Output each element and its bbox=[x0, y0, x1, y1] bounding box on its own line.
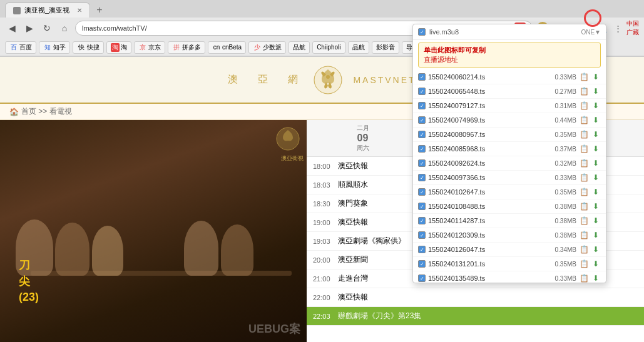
dropdown-item[interactable]: ✓ 1550240065448.ts 0.27MB 📋 ⬇ bbox=[413, 84, 606, 99]
dropdown-tip-sub: 直播源地址 bbox=[424, 55, 595, 64]
dropdown-item[interactable]: ✓ 1550240102647.ts 0.35MB 📋 ⬇ bbox=[413, 185, 606, 199]
item-actions: 📋 ⬇ bbox=[579, 115, 601, 125]
download-icon[interactable]: ⬇ bbox=[591, 244, 601, 254]
china-icon[interactable]: 中国广藏 bbox=[626, 22, 639, 34]
toolbar-yinyin[interactable]: 影影音 bbox=[372, 41, 399, 54]
dropdown-item[interactable]: ✓ 1550240060214.ts 0.33MB 📋 ⬇ bbox=[413, 70, 606, 84]
dropdown-item[interactable]: ✓ 1550240097366.ts 0.33MB 📋 ⬇ bbox=[413, 171, 606, 185]
toolbar-pdd[interactable]: 拼 拼多多 bbox=[168, 41, 205, 54]
dropdown-item[interactable]: ✓ 1550240126047.ts 0.34MB 📋 ⬇ bbox=[413, 243, 606, 257]
copy-icon[interactable]: 📋 bbox=[579, 158, 589, 168]
item-checkbox[interactable]: ✓ bbox=[418, 246, 426, 253]
item-checkbox[interactable]: ✓ bbox=[418, 145, 426, 153]
download-icon[interactable]: ⬇ bbox=[591, 187, 601, 197]
tab-title: 澳亚视_澳亚视 bbox=[24, 6, 69, 15]
item-filename: 1550240092624.ts bbox=[428, 159, 546, 167]
toolbar-pinhang2[interactable]: 品航 bbox=[348, 41, 369, 54]
download-icon[interactable]: ⬇ bbox=[591, 129, 601, 139]
copy-icon[interactable]: 📋 bbox=[579, 72, 589, 82]
download-icon[interactable]: ⬇ bbox=[591, 144, 601, 154]
back-button[interactable]: ◀ bbox=[5, 21, 19, 35]
item-checkbox[interactable]: ✓ bbox=[418, 73, 426, 81]
dropdown-item[interactable]: ✓ 1550240114287.ts 0.38MB 📋 ⬇ bbox=[413, 214, 606, 228]
menu-icon[interactable]: ⋮ bbox=[611, 22, 624, 34]
video-player[interactable]: 澳亞衛視 刀 尖 (23) UEBUG案 bbox=[0, 120, 307, 342]
schedule-item[interactable]: 22:03 辦戲劇場《刀尖》第23集 bbox=[307, 307, 644, 326]
cnbeta-icon: cn bbox=[212, 43, 221, 52]
item-checkbox[interactable]: ✓ bbox=[418, 116, 426, 124]
item-checkbox[interactable]: ✓ bbox=[418, 159, 426, 167]
toolbar-jd[interactable]: 京 京东 bbox=[134, 41, 165, 54]
download-icon[interactable]: ⬇ bbox=[591, 201, 601, 211]
dropdown-item[interactable]: ✓ 1550240108488.ts 0.38MB 📋 ⬇ bbox=[413, 199, 606, 214]
toolbar-kuaisou[interactable]: 快 快搜 bbox=[73, 41, 104, 54]
toolbar-pinhang[interactable]: 品航 bbox=[289, 41, 310, 54]
dropdown-item[interactable]: ✓ 1550240131201.ts 0.35MB 📋 ⬇ bbox=[413, 257, 606, 271]
toolbar-baidu-label: 百度 bbox=[19, 43, 32, 52]
select-all-checkbox[interactable]: ✓ bbox=[418, 28, 426, 36]
copy-icon[interactable]: 📋 bbox=[579, 144, 589, 154]
dropdown-item[interactable]: ✓ 1550240085968.ts 0.37MB 📋 ⬇ bbox=[413, 142, 606, 156]
home-button[interactable]: ⌂ bbox=[58, 21, 71, 35]
item-checkbox[interactable]: ✓ bbox=[418, 217, 426, 224]
copy-icon[interactable]: 📋 bbox=[579, 259, 589, 269]
item-checkbox[interactable]: ✓ bbox=[418, 88, 426, 95]
copy-icon[interactable]: 📋 bbox=[579, 273, 589, 283]
item-checkbox[interactable]: ✓ bbox=[418, 274, 426, 282]
download-icon[interactable]: ⬇ bbox=[591, 273, 601, 283]
item-size: 0.34MB bbox=[548, 246, 576, 253]
item-actions: 📋 ⬇ bbox=[579, 144, 601, 154]
item-checkbox[interactable]: ✓ bbox=[418, 102, 426, 109]
item-actions: 📋 ⬇ bbox=[579, 129, 601, 139]
download-icon[interactable]: ⬇ bbox=[591, 216, 601, 226]
copy-icon[interactable]: 📋 bbox=[579, 216, 589, 226]
download-icon[interactable]: ⬇ bbox=[591, 158, 601, 168]
copy-icon[interactable]: 📋 bbox=[579, 86, 589, 96]
copy-icon[interactable]: 📋 bbox=[579, 201, 589, 211]
toolbar-shaoshupai[interactable]: 少 少数派 bbox=[248, 41, 286, 54]
download-icon[interactable]: ⬇ bbox=[591, 72, 601, 82]
copy-icon[interactable]: 📋 bbox=[579, 244, 589, 254]
item-size: 0.33MB bbox=[548, 275, 576, 282]
item-checkbox[interactable]: ✓ bbox=[418, 174, 426, 181]
copy-icon[interactable]: 📋 bbox=[579, 230, 589, 240]
item-actions: 📋 ⬇ bbox=[579, 201, 601, 211]
active-tab[interactable]: 澳亚视_澳亚视 ✕ bbox=[5, 3, 90, 18]
new-tab-button[interactable]: + bbox=[93, 4, 106, 16]
dropdown-item[interactable]: ✓ 1550240080967.ts 0.35MB 📋 ⬇ bbox=[413, 128, 606, 142]
dropdown-item[interactable]: ✓ 1550240074969.ts 0.44MB 📋 ⬇ bbox=[413, 113, 606, 128]
item-checkbox[interactable]: ✓ bbox=[418, 188, 426, 196]
item-actions: 📋 ⬇ bbox=[579, 187, 601, 197]
tab-close-button[interactable]: ✕ bbox=[77, 7, 82, 14]
download-icon[interactable]: ⬇ bbox=[591, 230, 601, 240]
copy-icon[interactable]: 📋 bbox=[579, 115, 589, 125]
copy-icon[interactable]: 📋 bbox=[579, 187, 589, 197]
item-checkbox[interactable]: ✓ bbox=[418, 231, 426, 239]
dropdown-item[interactable]: ✓ 1550240135489.ts 0.33MB 📋 ⬇ bbox=[413, 271, 606, 283]
item-actions: 📋 ⬇ bbox=[579, 86, 601, 96]
copy-icon[interactable]: 📋 bbox=[579, 129, 589, 139]
item-checkbox[interactable]: ✓ bbox=[418, 131, 426, 138]
shaoshupai-icon: 少 bbox=[253, 43, 262, 52]
download-icon[interactable]: ⬇ bbox=[591, 259, 601, 269]
item-checkbox[interactable]: ✓ bbox=[418, 260, 426, 268]
download-icon[interactable]: ⬇ bbox=[591, 173, 601, 183]
schedule-item[interactable]: 22:00 澳亞快報 bbox=[307, 288, 644, 307]
copy-icon[interactable]: 📋 bbox=[579, 173, 589, 183]
refresh-button[interactable]: ↻ bbox=[40, 21, 54, 35]
toolbar-taobao[interactable]: 淘 淘 bbox=[106, 41, 131, 54]
date-tab-0[interactable]: 二月 09 周六 bbox=[307, 120, 419, 156]
toolbar-chiipholi[interactable]: Chiipholi bbox=[312, 41, 345, 54]
toolbar-zhihu[interactable]: 知 知乎 bbox=[39, 41, 70, 54]
download-icon[interactable]: ⬇ bbox=[591, 86, 601, 96]
copy-icon[interactable]: 📋 bbox=[579, 101, 589, 111]
forward-button[interactable]: ▶ bbox=[23, 21, 36, 35]
download-icon[interactable]: ⬇ bbox=[591, 115, 601, 125]
item-checkbox[interactable]: ✓ bbox=[418, 203, 426, 210]
toolbar-cnbeta[interactable]: cn cnBeta bbox=[208, 41, 246, 54]
download-icon[interactable]: ⬇ bbox=[591, 101, 601, 111]
dropdown-item[interactable]: ✓ 1550240120309.ts 0.38MB 📋 ⬇ bbox=[413, 228, 606, 243]
dropdown-item[interactable]: ✓ 1550240079127.ts 0.31MB 📋 ⬇ bbox=[413, 99, 606, 113]
dropdown-item[interactable]: ✓ 1550240092624.ts 0.32MB 📋 ⬇ bbox=[413, 156, 606, 171]
toolbar-baidu[interactable]: 百 百度 bbox=[5, 41, 36, 54]
